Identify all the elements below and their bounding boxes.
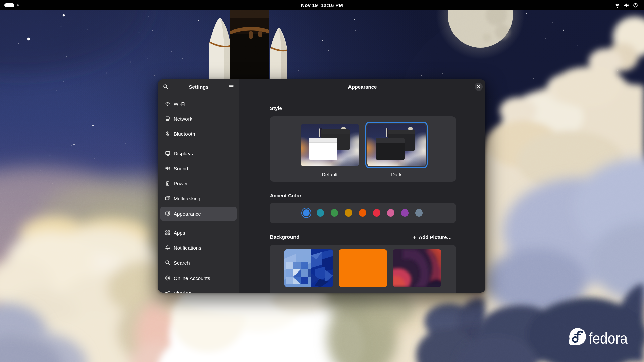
svg-text:fedora: fedora	[589, 329, 628, 347]
